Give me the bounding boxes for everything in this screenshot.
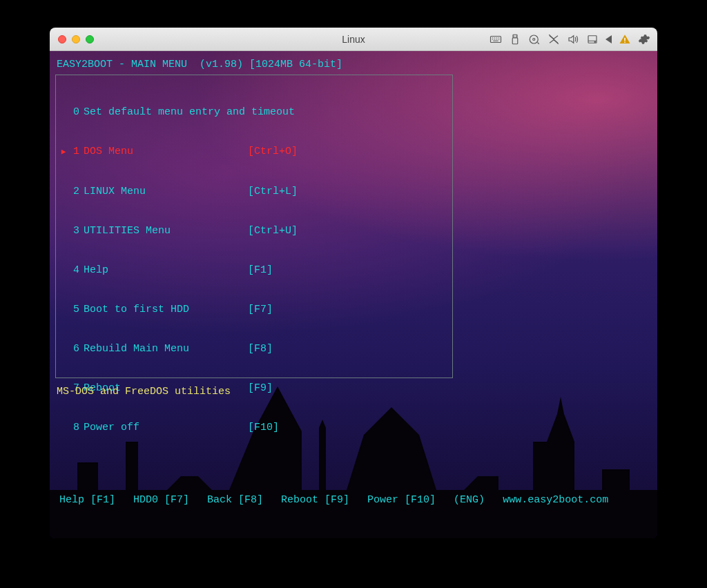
titlebar: Linux (50, 28, 657, 51)
menu-item-5[interactable]: 5 Boot to first HDD [F7] (56, 303, 447, 316)
boot-terminal: EASY2BOOT - MAIN MENU (v1.98) [1024MB 64… (50, 51, 657, 538)
boot-footer: Help [F1] HDD0 [F7] Back [F8] Reboot [F9… (59, 493, 608, 507)
boot-menu[interactable]: 0 Set default menu entry and timeout 1 D… (55, 75, 453, 378)
footer-back: Back [F8] (207, 493, 263, 507)
minimize-button[interactable] (72, 35, 80, 43)
menu-item-1[interactable]: 1 DOS Menu [Ctrl+O] (56, 145, 447, 159)
close-button[interactable] (58, 35, 66, 43)
back-icon[interactable] (606, 35, 612, 43)
footer-lang: (ENG) (454, 493, 485, 507)
zoom-button[interactable] (86, 35, 94, 43)
sound-icon[interactable] (567, 33, 579, 46)
svg-point-3 (530, 35, 538, 43)
usb-icon[interactable] (509, 33, 521, 46)
toolbar-icons (490, 33, 650, 46)
gear-icon[interactable] (638, 33, 650, 46)
window-controls (58, 35, 94, 43)
footer-url: www.easy2boot.com (503, 493, 608, 507)
vm-window: Linux (50, 28, 657, 538)
menu-item-4[interactable]: 4 Help [F1] (56, 264, 447, 277)
menu-item-3[interactable]: 3 UTILITIES Menu [Ctrl+U] (56, 224, 447, 237)
storage-icon[interactable] (586, 33, 599, 46)
menu-item-0[interactable]: 0 Set default menu entry and timeout (56, 106, 447, 119)
selection-arrow-icon (59, 145, 68, 159)
footer-hdd0: HDD0 [F7] (133, 493, 189, 507)
warning-icon[interactable] (619, 33, 631, 46)
footer-power: Power [F10] (367, 493, 436, 507)
menu-item-6[interactable]: 6 Rebuild Main Menu [F8] (56, 342, 447, 355)
keyboard-icon[interactable] (490, 33, 502, 46)
footer-reboot: Reboot [F9] (281, 493, 349, 507)
network-icon[interactable] (548, 33, 560, 46)
svg-rect-7 (624, 37, 626, 41)
svg-rect-2 (512, 37, 518, 43)
footer-help: Help [F1] (59, 493, 115, 507)
disc-icon[interactable] (528, 33, 541, 46)
menu-item-8[interactable]: 8 Power off [F10] (56, 421, 447, 434)
vm-screen: EASY2BOOT - MAIN MENU (v1.98) [1024MB 64… (50, 51, 657, 538)
menu-description: MS-DOS and FreeDOS utilities (57, 385, 231, 398)
boot-header: EASY2BOOT - MAIN MENU (v1.98) [1024MB 64… (57, 58, 342, 71)
svg-point-4 (533, 38, 535, 40)
menu-item-2[interactable]: 2 LINUX Menu [Ctrl+L] (56, 185, 447, 198)
svg-point-6 (594, 41, 595, 42)
svg-rect-8 (624, 41, 626, 43)
